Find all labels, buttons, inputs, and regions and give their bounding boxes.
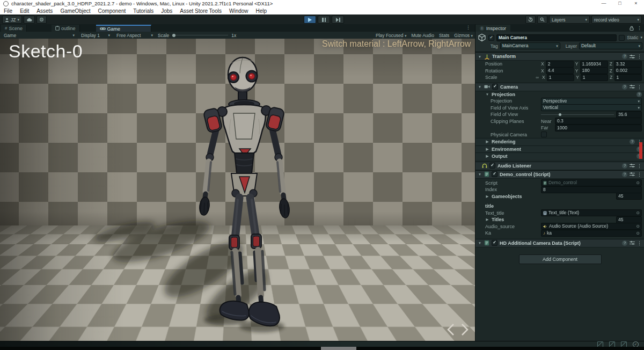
- help-icon[interactable]: ?: [630, 139, 635, 144]
- tab-outline[interactable]: outline: [52, 25, 80, 32]
- collab-disabled-icon[interactable]: [609, 341, 615, 347]
- cache-server-disabled-icon[interactable]: [597, 341, 603, 347]
- scale-y-field[interactable]: 1: [581, 74, 608, 81]
- audio-listener-checkbox[interactable]: ✓: [489, 163, 495, 169]
- rotation-z-field[interactable]: 0.002: [614, 67, 642, 74]
- active-checkbox[interactable]: ✓: [488, 35, 494, 41]
- physical-camera-checkbox[interactable]: ✓: [541, 132, 547, 137]
- far-field[interactable]: 1000: [555, 125, 642, 132]
- static-dropdown-arrow[interactable]: ▾: [640, 35, 642, 40]
- scale-x-field[interactable]: 1: [547, 74, 574, 81]
- projection-group-header[interactable]: ▼ Projection ?: [475, 91, 644, 98]
- preset-icon[interactable]: [630, 240, 635, 245]
- menu-asset-store-tools[interactable]: Asset Store Tools: [180, 8, 222, 14]
- preset-icon[interactable]: [630, 54, 635, 59]
- layers-dropdown[interactable]: Layers ▾: [549, 16, 590, 24]
- play-focused-dropdown[interactable]: Play Focused ▾: [376, 33, 406, 38]
- position-x-field[interactable]: 2: [546, 61, 574, 68]
- object-picker-icon[interactable]: ⊙: [636, 180, 640, 186]
- component-menu-kebab[interactable]: ⋮: [637, 54, 642, 59]
- titles-row[interactable]: ▶ Titles 45: [475, 216, 644, 223]
- menu-edit[interactable]: Edit: [20, 8, 29, 14]
- output-section[interactable]: ▶ Output ?: [475, 152, 644, 160]
- object-picker-icon[interactable]: ⊙: [636, 230, 640, 236]
- mute-audio-toggle[interactable]: Mute Audio: [411, 33, 434, 38]
- audio-listener-header[interactable]: ✓ Audio Listener ? ⋮: [475, 162, 644, 170]
- add-component-button[interactable]: Add Component: [519, 254, 602, 264]
- constrain-proportions-link-icon[interactable]: ∞: [535, 75, 540, 80]
- hd-camera-data-checkbox[interactable]: ✓: [492, 240, 497, 246]
- cloud-button[interactable]: [24, 16, 35, 24]
- scale-slider-thumb[interactable]: [172, 34, 175, 37]
- demo-control-checkbox[interactable]: ✓: [492, 171, 497, 177]
- static-checkbox[interactable]: ✓: [619, 35, 625, 41]
- preset-icon[interactable]: [630, 163, 635, 168]
- position-z-field[interactable]: 3.32: [614, 61, 642, 68]
- tag-dropdown[interactable]: MainCamera ▾: [500, 42, 560, 49]
- help-icon[interactable]: ?: [622, 54, 627, 59]
- gameobject-name-field[interactable]: Main Camera: [496, 34, 617, 41]
- projection-dropdown[interactable]: Perspective ▾: [541, 98, 642, 105]
- stats-toggle[interactable]: Stats: [439, 33, 449, 38]
- near-field[interactable]: 0.3: [555, 118, 642, 125]
- record-video-dropdown[interactable]: record video ▾: [591, 16, 642, 24]
- text-title-object-field[interactable]: Text_title (Text) ⊙: [541, 209, 642, 216]
- foldout-icon[interactable]: ▼: [478, 55, 482, 59]
- camera-component-header[interactable]: ▼ ✓ Camera ? ⋮: [475, 83, 644, 91]
- menu-help[interactable]: Help: [256, 8, 267, 14]
- fov-value-field[interactable]: 35.6: [616, 111, 642, 118]
- position-y-field[interactable]: 1.165934: [580, 61, 608, 68]
- scale-slider[interactable]: [172, 35, 228, 35]
- demo-control-header[interactable]: ▼ ✓ Demo_control (Script) ? ⋮: [475, 170, 644, 179]
- audio-source-object-field[interactable]: Audio Source (Audio Source) ⊙: [541, 223, 642, 230]
- camera-enabled-checkbox[interactable]: ✓: [492, 84, 498, 90]
- help-icon[interactable]: ?: [622, 163, 627, 169]
- layer-dropdown[interactable]: Default ▾: [579, 42, 642, 49]
- menu-tutorials[interactable]: Tutorials: [133, 8, 153, 14]
- help-icon[interactable]: ?: [622, 240, 627, 246]
- account-button[interactable]: JZ ▾: [2, 16, 22, 24]
- preset-icon[interactable]: [630, 172, 635, 177]
- environment-section[interactable]: ▶ Environment ?: [475, 145, 644, 153]
- menu-gameobject[interactable]: GameObject: [60, 8, 90, 14]
- ka-object-field[interactable]: ♪ ka ⊙: [541, 230, 642, 237]
- titles-size-field[interactable]: 45: [616, 216, 642, 223]
- pause-button[interactable]: [318, 16, 330, 24]
- help-icon[interactable]: ?: [636, 92, 642, 97]
- tab-game[interactable]: Game: [96, 25, 151, 32]
- status-ok-icon[interactable]: ✓: [633, 341, 639, 347]
- play-button[interactable]: [304, 16, 316, 24]
- fov-slider-thumb[interactable]: [559, 113, 561, 116]
- fov-axis-dropdown[interactable]: Vertical ▾: [541, 104, 642, 111]
- menu-jobs[interactable]: Jobs: [161, 8, 172, 14]
- index-field[interactable]: 8: [541, 186, 642, 193]
- object-picker-icon[interactable]: ⊙: [636, 210, 640, 216]
- scale-z-field[interactable]: 1: [614, 74, 642, 81]
- hd-camera-data-header[interactable]: ▼ ✓ HD Additional Camera Data (Script) ?…: [475, 239, 644, 247]
- close-button[interactable]: ×: [628, 0, 644, 7]
- rotation-x-field[interactable]: 4.4: [546, 67, 574, 74]
- minimize-button[interactable]: —: [596, 0, 612, 7]
- search-button[interactable]: [537, 16, 547, 24]
- undo-history-button[interactable]: [525, 16, 536, 24]
- gizmos-dropdown[interactable]: Gizmos ▾: [454, 33, 473, 38]
- preset-icon[interactable]: [630, 84, 635, 89]
- pane-menu-kebab[interactable]: ⋮: [466, 25, 471, 30]
- rotation-y-field[interactable]: 180: [580, 67, 608, 74]
- display-dropdown[interactable]: Display 1 ▾: [79, 32, 112, 38]
- transform-component-header[interactable]: ▼ Transform ? ⋮: [475, 52, 644, 61]
- gameobjects-row[interactable]: ▶ Gameobjects 45: [475, 193, 644, 200]
- display-target-dropdown[interactable]: Game ▾: [2, 32, 76, 38]
- step-button[interactable]: [332, 16, 344, 24]
- material-nav-arrows[interactable]: [446, 323, 471, 337]
- cloud-disabled-icon[interactable]: [621, 341, 627, 347]
- maximize-button[interactable]: □: [612, 0, 628, 7]
- lock-icon[interactable]: [630, 26, 634, 31]
- rendering-section[interactable]: ▶ Rendering ? ⋮: [475, 138, 644, 145]
- help-icon[interactable]: ?: [622, 172, 627, 177]
- fov-slider[interactable]: [541, 111, 614, 118]
- services-button[interactable]: [36, 16, 47, 24]
- menu-assets[interactable]: Assets: [36, 8, 53, 14]
- gameobjects-size-field[interactable]: 45: [616, 193, 642, 200]
- tab-scene[interactable]: # Scene: [1, 25, 27, 32]
